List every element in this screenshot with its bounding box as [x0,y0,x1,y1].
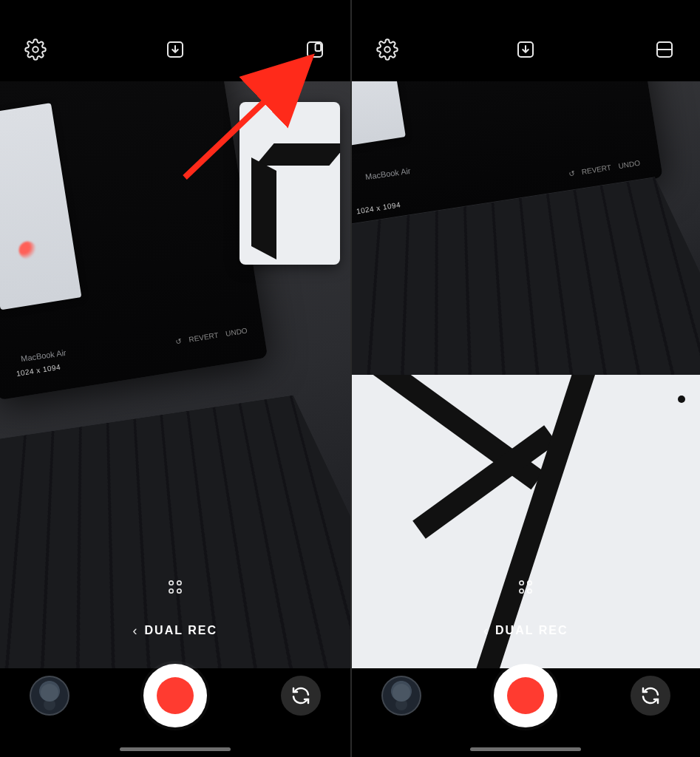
pip-layout-icon[interactable] [300,35,330,64]
topbar [352,0,701,81]
split-layout-icon[interactable] [650,35,679,64]
mode-label: DUAL REC [145,624,217,637]
editor-toolstrip: ↺REVERTUNDO [175,327,248,346]
svg-point-9 [384,47,390,52]
lens-grid-icon[interactable] [511,572,540,602]
record-icon [157,677,194,714]
record-button[interactable] [494,664,557,727]
mode-row[interactable]: ‹ DUAL REC [0,615,350,646]
svg-point-0 [33,47,38,52]
phone-left: 1024 x 1094 ↺REVERTUNDO MacBook Air ‹ DU… [0,0,350,757]
comparison-root: 1024 x 1094 ↺REVERTUNDO MacBook Air ‹ DU… [0,0,700,757]
settings-icon[interactable] [373,35,402,64]
record-button[interactable] [143,664,207,727]
phone-right: 1024 x 1094 ↺REVERTUNDO MacBook Air [350,0,701,757]
lens-grid-icon[interactable] [160,572,190,602]
svg-rect-3 [315,44,321,51]
home-indicator[interactable] [470,747,581,751]
bottom-bar [352,655,701,736]
record-icon [507,677,544,714]
topbar [0,0,350,81]
home-indicator[interactable] [120,747,231,751]
switch-camera-button[interactable] [631,676,670,716]
svg-point-6 [177,581,180,585]
image-dimensions-label: 1024 x 1094 [16,363,61,378]
gallery-thumbnail[interactable] [30,676,69,716]
settings-icon[interactable] [21,35,50,64]
svg-point-16 [528,589,531,593]
rear-camera-pane: 1024 x 1094 ↺REVERTUNDO MacBook Air [352,81,701,375]
chevron-left-icon: ‹ [133,623,137,639]
image-dimensions-label: 1024 x 1094 [356,200,402,215]
gallery-thumbnail[interactable] [381,676,421,716]
mode-label: DUAL REC [495,624,568,637]
mode-row[interactable]: ‹ DUAL REC [352,615,701,646]
svg-point-13 [520,581,523,585]
svg-point-8 [177,589,180,593]
save-download-icon[interactable] [511,35,540,64]
editor-toolstrip: ↺REVERTUNDO [568,158,641,177]
svg-point-14 [528,581,531,585]
svg-point-7 [169,589,173,593]
bottom-bar [0,655,350,736]
switch-camera-button[interactable] [281,676,321,716]
save-download-icon[interactable] [160,35,190,64]
chevron-left-icon: ‹ [483,623,488,639]
pip-front-camera[interactable] [239,102,340,265]
svg-point-5 [169,581,173,585]
svg-point-15 [520,589,523,593]
